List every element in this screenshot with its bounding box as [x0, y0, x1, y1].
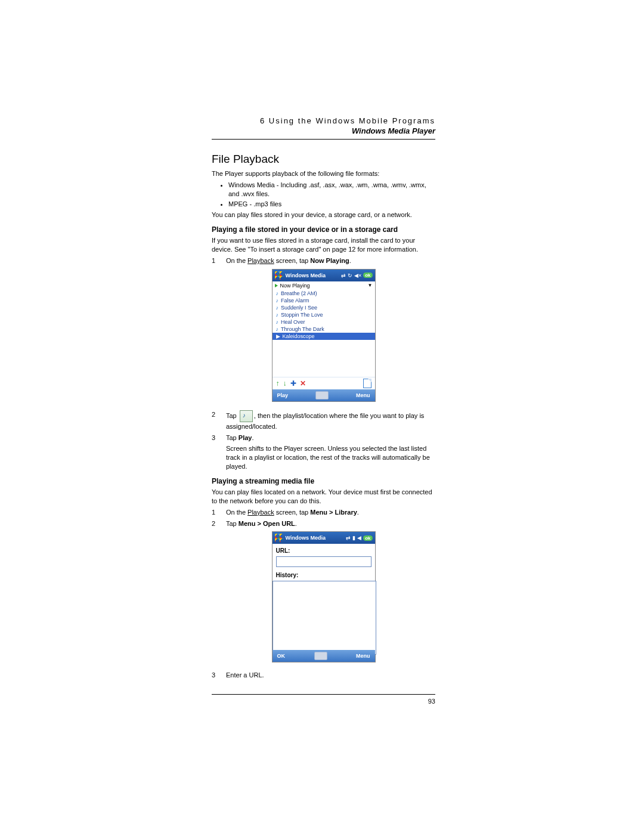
music-note-icon: ♪: [276, 326, 279, 332]
intro-text: The Player supports playback of the foll…: [212, 169, 435, 178]
add-icon[interactable]: ✚: [290, 380, 296, 387]
play-indicator-icon: ▶: [276, 333, 280, 339]
document-page: 6 Using the Windows Mobile Programs Wind…: [0, 0, 644, 833]
connectivity-icon: ⇄: [346, 535, 351, 541]
wm-status-icons: ⇄ ▮ ◀ ok: [346, 535, 372, 541]
playlist-area: Now Playing ▼ ♪Breathe (2 AM) ♪False Ala…: [273, 281, 375, 377]
url-form-area: URL: History:: [273, 544, 375, 650]
step-body: Tap Play. Screen shifts to the Player sc…: [226, 433, 435, 471]
step-body: On the Playback screen, tap Now Playing.: [226, 256, 435, 265]
wm-soft-key-bar: OK Menu: [273, 650, 375, 662]
step-note: Screen shifts to the Player screen. Unle…: [226, 444, 435, 471]
screenshot-open-url: Windows Media ⇄ ▮ ◀ ok URL: History: OK …: [212, 531, 435, 662]
heading-file-playback: File Playback: [212, 153, 435, 166]
step-number: 2: [212, 519, 226, 528]
step: 3 Tap Play. Screen shifts to the Player …: [212, 433, 435, 471]
signal-icon: ▮: [352, 535, 355, 541]
music-note-icon: ♪: [276, 312, 279, 318]
step-number: 3: [212, 671, 226, 680]
music-note-icon: ♪: [276, 305, 279, 311]
soft-key-left[interactable]: Play: [277, 392, 289, 398]
dropdown-arrow-icon: ▼: [368, 283, 373, 288]
move-up-icon[interactable]: ↑: [276, 380, 280, 387]
step-body: Tap Menu > Open URL.: [226, 519, 435, 528]
wm-title-text: Windows Media: [286, 535, 344, 541]
now-playing-dropdown[interactable]: Now Playing ▼: [273, 281, 375, 290]
track-item[interactable]: ♪Breathe (2 AM): [273, 290, 375, 297]
track-item[interactable]: ♪Stoppin The Love: [273, 311, 375, 318]
step: 1 On the Playback screen, tap Menu > Lib…: [212, 508, 435, 517]
delete-icon[interactable]: ✕: [300, 380, 306, 387]
wm-soft-key-bar: Play Menu: [273, 389, 375, 401]
url-label: URL:: [276, 547, 371, 554]
soft-key-right[interactable]: Menu: [356, 392, 370, 398]
music-note-icon: ♪: [276, 298, 279, 304]
subheading-device-storage: Playing a file stored in your device or …: [212, 225, 435, 234]
connectivity-icon: ⇄: [341, 272, 346, 278]
wm-title-bar: Windows Media ⇄ ↻ ◀× ok: [273, 270, 375, 281]
ok-button[interactable]: ok: [363, 272, 372, 278]
play-arrow-icon: [275, 284, 278, 287]
steps-list-1-cont: 2 Tap , then the playlist/location where…: [212, 410, 435, 471]
soft-key-right[interactable]: Menu: [356, 653, 370, 659]
format-list: Windows Media - Including .asf, .asx, .w…: [212, 181, 435, 209]
url-input[interactable]: [276, 556, 371, 567]
music-note-icon: ♪: [276, 290, 279, 296]
soft-key-left[interactable]: OK: [277, 653, 286, 659]
intro-text-2: You can play files stored in your device…: [212, 210, 435, 219]
step: 3 Enter a URL.: [212, 671, 435, 680]
windows-flag-icon: [275, 271, 283, 280]
keyboard-icon[interactable]: [315, 391, 329, 400]
step: 2 Tap Menu > Open URL.: [212, 519, 435, 528]
history-listbox[interactable]: [273, 581, 376, 655]
step-number: 1: [212, 508, 226, 517]
screenshot-now-playing: Windows Media ⇄ ↻ ◀× ok Now Playing ▼ ♪B…: [212, 269, 435, 402]
step-body: Tap , then the playlist/location where t…: [226, 410, 435, 431]
wm-title-text: Windows Media: [286, 272, 339, 278]
library-icon: [240, 410, 253, 422]
section2-lead: You can play files located on a network.…: [212, 488, 435, 506]
section-header: Windows Media Player: [212, 126, 435, 135]
wm-title-bar: Windows Media ⇄ ▮ ◀ ok: [273, 532, 375, 544]
step-body: Enter a URL.: [226, 671, 435, 680]
keyboard-icon[interactable]: [314, 652, 327, 660]
volume-icon: ◀: [357, 535, 361, 541]
volume-icon: ◀×: [354, 272, 361, 278]
step-body: On the Playback screen, tap Menu > Libra…: [226, 508, 435, 517]
track-item-selected[interactable]: ▶Kaleidoscope: [273, 333, 375, 340]
wm-status-icons: ⇄ ↻ ◀× ok: [341, 272, 373, 278]
steps-list-1: 1 On the Playback screen, tap Now Playin…: [212, 256, 435, 265]
windows-flag-icon: [275, 534, 283, 542]
steps-list-2: 1 On the Playback screen, tap Menu > Lib…: [212, 508, 435, 528]
chapter-header: 6 Using the Windows Mobile Programs: [212, 116, 435, 125]
track-item[interactable]: ♪Heal Over: [273, 318, 375, 326]
section1-lead: If you want to use files stored in a sto…: [212, 236, 435, 254]
step-number: 2: [212, 410, 226, 431]
step: 2 Tap , then the playlist/location where…: [212, 410, 435, 431]
wm-device-screen: Windows Media ⇄ ▮ ◀ ok URL: History: OK …: [272, 531, 376, 662]
list-item: MPEG - .mp3 files: [228, 200, 435, 209]
page-number: 93: [428, 698, 435, 705]
ok-button[interactable]: ok: [363, 535, 372, 541]
move-down-icon[interactable]: ↓: [283, 380, 287, 387]
step-number: 3: [212, 433, 226, 471]
steps-list-2-cont: 3 Enter a URL.: [212, 671, 435, 680]
track-item[interactable]: ♪Suddenly I See: [273, 304, 375, 311]
footer-rule: [212, 694, 435, 695]
music-note-icon: ♪: [276, 319, 279, 325]
sync-icon: ↻: [348, 272, 352, 278]
track-item[interactable]: ♪Through The Dark: [273, 326, 375, 333]
step-number: 1: [212, 256, 226, 265]
playlist-toolbar: ↑ ↓ ✚ ✕: [273, 377, 375, 389]
track-item[interactable]: ♪False Alarm: [273, 297, 375, 304]
header-rule: [212, 139, 435, 140]
subheading-streaming: Playing a streaming media file: [212, 477, 435, 485]
list-item: Windows Media - Including .asf, .asx, .w…: [228, 181, 435, 199]
step: 1 On the Playback screen, tap Now Playin…: [212, 256, 435, 265]
history-label: History:: [276, 572, 371, 578]
wm-device-screen: Windows Media ⇄ ↻ ◀× ok Now Playing ▼ ♪B…: [272, 269, 376, 402]
properties-icon[interactable]: [363, 379, 371, 388]
